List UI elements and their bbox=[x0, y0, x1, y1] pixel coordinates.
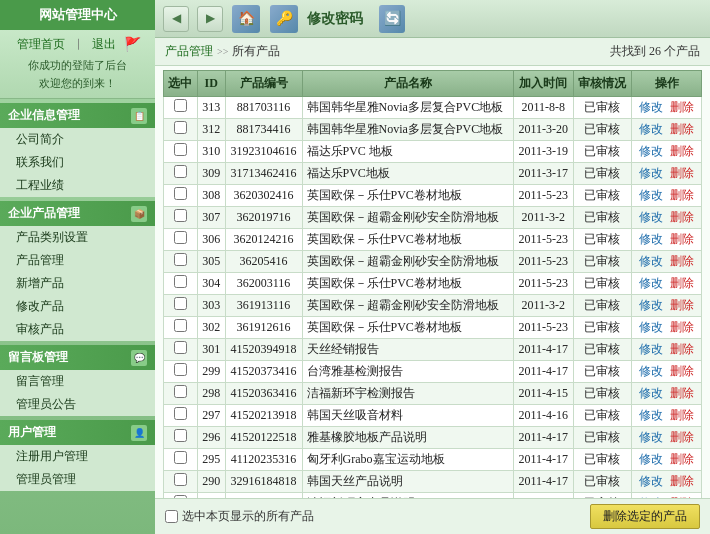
delete-link[interactable]: 删除 bbox=[670, 100, 694, 114]
row-checkbox[interactable] bbox=[174, 209, 187, 222]
sidebar-item-admin-notice[interactable]: 管理员公告 bbox=[0, 393, 155, 416]
edit-link[interactable]: 修改 bbox=[639, 342, 663, 356]
breadcrumb-count: 共找到 26 个产品 bbox=[610, 43, 700, 60]
row-checkbox[interactable] bbox=[174, 385, 187, 398]
edit-link[interactable]: 修改 bbox=[639, 166, 663, 180]
row-actions: 修改 删除 bbox=[632, 317, 702, 339]
delete-link[interactable]: 删除 bbox=[670, 298, 694, 312]
sidebar-item-product-category[interactable]: 产品类别设置 bbox=[0, 226, 155, 249]
row-checkbox[interactable] bbox=[174, 121, 187, 134]
edit-link[interactable]: 修改 bbox=[639, 232, 663, 246]
sidebar-item-projects[interactable]: 工程业绩 bbox=[0, 174, 155, 197]
row-id: 302 bbox=[197, 317, 225, 339]
sidebar-section-header-user-mgmt: 用户管理 👤 bbox=[0, 420, 155, 445]
edit-link[interactable]: 修改 bbox=[639, 210, 663, 224]
row-id: 305 bbox=[197, 251, 225, 273]
product-table: 选中 ID 产品编号 产品名称 加入时间 审核情况 操作 31388170311… bbox=[163, 70, 702, 498]
row-date: 2011-5-23 bbox=[513, 185, 573, 207]
row-checkbox[interactable] bbox=[174, 99, 187, 112]
delete-selected-button[interactable]: 删除选定的产品 bbox=[590, 504, 700, 529]
sidebar-item-admin-manage[interactable]: 管理员管理 bbox=[0, 468, 155, 491]
row-code: 41520373416 bbox=[225, 361, 302, 383]
row-checkbox[interactable] bbox=[174, 231, 187, 244]
breadcrumb-section-link[interactable]: 产品管理 bbox=[165, 43, 213, 60]
logout-link[interactable]: 退出 bbox=[92, 36, 116, 53]
row-name: 洁福新环宇检测报告 bbox=[302, 383, 513, 405]
edit-link[interactable]: 修改 bbox=[639, 100, 663, 114]
row-checkbox[interactable] bbox=[174, 165, 187, 178]
back-button[interactable]: ◀ bbox=[163, 6, 189, 32]
row-checkbox[interactable] bbox=[174, 143, 187, 156]
row-checkbox[interactable] bbox=[174, 429, 187, 442]
sidebar-item-review-product[interactable]: 审核产品 bbox=[0, 318, 155, 341]
delete-link[interactable]: 删除 bbox=[670, 430, 694, 444]
home-icon-btn[interactable]: 🏠 bbox=[231, 6, 261, 32]
delete-link[interactable]: 删除 bbox=[670, 364, 694, 378]
sidebar-section-enterprise-info: 企业信息管理 📋 公司简介 联系我们 工程业绩 bbox=[0, 103, 155, 197]
delete-link[interactable]: 删除 bbox=[670, 474, 694, 488]
edit-link[interactable]: 修改 bbox=[639, 386, 663, 400]
sidebar-item-user-manage[interactable]: 注册用户管理 bbox=[0, 445, 155, 468]
delete-link[interactable]: 删除 bbox=[670, 276, 694, 290]
main-area: ◀ ▶ 🏠 🔑 修改密码 🔄 产品管理 >> 所有产品 共找到 26 个产品 bbox=[155, 0, 710, 534]
row-checkbox[interactable] bbox=[174, 319, 187, 332]
edit-link[interactable]: 修改 bbox=[639, 254, 663, 268]
delete-link[interactable]: 删除 bbox=[670, 408, 694, 422]
sidebar-item-new-product[interactable]: 新增产品 bbox=[0, 272, 155, 295]
row-actions: 修改 删除 bbox=[632, 405, 702, 427]
sidebar-item-edit-product[interactable]: 修改产品 bbox=[0, 295, 155, 318]
sidebar-item-company-intro[interactable]: 公司简介 bbox=[0, 128, 155, 151]
edit-link[interactable]: 修改 bbox=[639, 452, 663, 466]
delete-link[interactable]: 删除 bbox=[670, 342, 694, 356]
home-link[interactable]: 管理首页 bbox=[17, 36, 65, 53]
sidebar-item-contact[interactable]: 联系我们 bbox=[0, 151, 155, 174]
delete-link[interactable]: 删除 bbox=[670, 254, 694, 268]
table-row: 31031923104616福达乐PVC 地板2011-3-19已审核修改 删除 bbox=[164, 141, 702, 163]
edit-link[interactable]: 修改 bbox=[639, 430, 663, 444]
row-status: 已审核 bbox=[573, 383, 631, 405]
row-checkbox[interactable] bbox=[174, 275, 187, 288]
edit-link[interactable]: 修改 bbox=[639, 364, 663, 378]
delete-link[interactable]: 删除 bbox=[670, 144, 694, 158]
row-checkbox[interactable] bbox=[174, 451, 187, 464]
sidebar-item-guestbook-manage[interactable]: 留言管理 bbox=[0, 370, 155, 393]
edit-link[interactable]: 修改 bbox=[639, 122, 663, 136]
row-date: 2011-5-23 bbox=[513, 251, 573, 273]
delete-link[interactable]: 删除 bbox=[670, 232, 694, 246]
sidebar-item-product-manage[interactable]: 产品管理 bbox=[0, 249, 155, 272]
delete-link[interactable]: 删除 bbox=[670, 122, 694, 136]
row-checkbox[interactable] bbox=[174, 297, 187, 310]
delete-link[interactable]: 删除 bbox=[670, 320, 694, 334]
row-date: 2011-5-23 bbox=[513, 229, 573, 251]
edit-link[interactable]: 修改 bbox=[639, 408, 663, 422]
row-checkbox[interactable] bbox=[174, 363, 187, 376]
delete-link[interactable]: 删除 bbox=[670, 386, 694, 400]
edit-link[interactable]: 修改 bbox=[639, 474, 663, 488]
delete-link[interactable]: 删除 bbox=[670, 188, 694, 202]
delete-link[interactable]: 删除 bbox=[670, 452, 694, 466]
row-checkbox[interactable] bbox=[174, 341, 187, 354]
edit-link[interactable]: 修改 bbox=[639, 320, 663, 334]
row-actions: 修改 删除 bbox=[632, 251, 702, 273]
row-checkbox[interactable] bbox=[174, 407, 187, 420]
row-checkbox[interactable] bbox=[174, 253, 187, 266]
row-actions: 修改 删除 bbox=[632, 141, 702, 163]
edit-link[interactable]: 修改 bbox=[639, 276, 663, 290]
edit-link[interactable]: 修改 bbox=[639, 298, 663, 312]
select-all-checkbox[interactable] bbox=[165, 510, 178, 523]
row-checkbox[interactable] bbox=[174, 473, 187, 486]
refresh-icon-btn[interactable]: 🔄 bbox=[379, 6, 405, 32]
row-code: 881703116 bbox=[225, 97, 302, 119]
key-icon-btn[interactable]: 🔑 bbox=[269, 6, 299, 32]
delete-link[interactable]: 删除 bbox=[670, 166, 694, 180]
delete-link[interactable]: 删除 bbox=[670, 210, 694, 224]
forward-button[interactable]: ▶ bbox=[197, 6, 223, 32]
edit-link[interactable]: 修改 bbox=[639, 144, 663, 158]
row-id: 298 bbox=[197, 383, 225, 405]
row-name: 韩国天丝产品说明 bbox=[302, 471, 513, 493]
row-id: 312 bbox=[197, 119, 225, 141]
topbar: ◀ ▶ 🏠 🔑 修改密码 🔄 bbox=[155, 0, 710, 38]
row-name: 福达乐PVC地板 bbox=[302, 163, 513, 185]
edit-link[interactable]: 修改 bbox=[639, 188, 663, 202]
row-checkbox[interactable] bbox=[174, 187, 187, 200]
